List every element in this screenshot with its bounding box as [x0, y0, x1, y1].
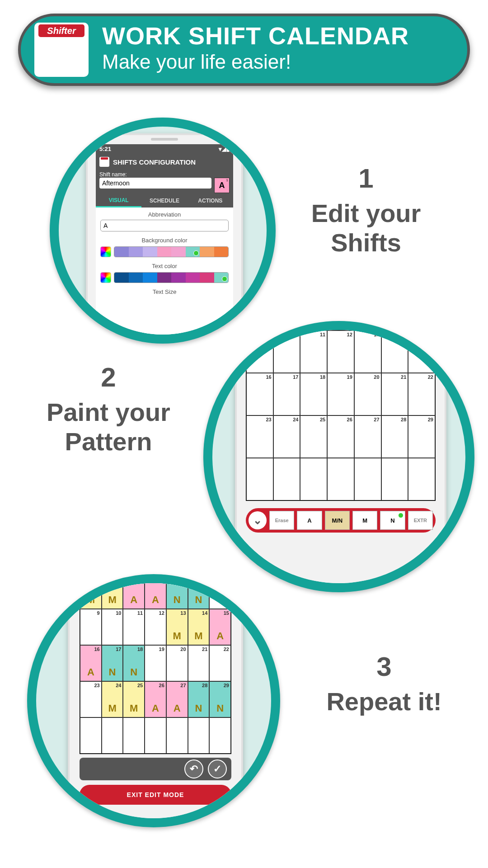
step-2-circle: 2M3M4A5A6N7N8910111213141516171819202122…	[203, 321, 474, 592]
banner: Shifter WORK SHIFT CALENDAR Make your li…	[18, 14, 470, 86]
app-logo-icon: Shifter	[34, 23, 89, 77]
step-1-circle: 5:21 ▾◢▮ SHIFTS CONFIGURATION Shift name…	[50, 118, 276, 344]
exit-edit-button[interactable]: EXIT EDIT MODE	[80, 785, 231, 805]
shift-chip-a[interactable]: A	[297, 511, 322, 530]
shift-color-chip[interactable]: A1	[214, 178, 230, 193]
color-picker-icon[interactable]	[100, 272, 111, 283]
banner-subtitle: Make your life easier!	[102, 48, 409, 76]
status-bar: 5:21 ▾◢▮	[96, 144, 233, 154]
shift-chip-n[interactable]: N	[380, 511, 405, 530]
phone-notch	[151, 138, 178, 141]
step-3-caption: 3 Repeat it!	[289, 651, 479, 716]
textcolor-label: Text color	[100, 263, 229, 269]
status-time: 5:21	[99, 146, 111, 154]
app-header-title: SHIFTS CONFIGURATION	[113, 158, 196, 166]
calendar-grid[interactable]: 2M3M4A5A6N7N8910111213141516171819202122…	[246, 321, 436, 501]
shift-chip-mn[interactable]: M/N	[325, 511, 350, 530]
action-bar: ↶ ✓	[80, 758, 231, 780]
step-1-label: Edit your Shifts	[258, 198, 474, 257]
erase-button[interactable]: Erase	[269, 511, 294, 530]
tab-schedule[interactable]: SCHEDULE	[141, 194, 187, 208]
step-3-circle: 2M3M4A5A6N7N8910111213M14M15A16A17N18N19…	[27, 574, 280, 827]
shift-chip-extr[interactable]: EXTR	[408, 511, 433, 530]
tab-visual[interactable]: VISUAL	[96, 194, 141, 208]
phone-3-mockup: 2M3M4A5A6N7N8910111213M14M15A16A17N18N19…	[68, 574, 243, 827]
app-header: SHIFTS CONFIGURATION	[96, 154, 233, 170]
textsize-label: Text Size	[100, 288, 229, 295]
shift-palette-bar: ⌄ Erase A M/N M N EXTR	[246, 508, 436, 533]
step-2-number: 2	[18, 362, 199, 393]
step-1-caption: 1 Edit your Shifts	[258, 163, 474, 257]
calendar-grid[interactable]: 2M3M4A5A6N7N8910111213M14M15A16A17N18N19…	[80, 574, 231, 754]
shift-chip-m[interactable]: M	[352, 511, 377, 530]
step-3-label: Repeat it!	[289, 687, 479, 716]
phone-2-mockup: 2M3M4A5A6N7N8910111213141516171819202122…	[235, 321, 446, 587]
shift-name-label: Shift name:	[99, 171, 230, 178]
undo-button[interactable]: ↶	[184, 760, 203, 778]
banner-title: WORK SHIFT CALENDAR	[102, 24, 409, 48]
tab-bar: VISUAL SCHEDULE ACTIONS	[96, 194, 233, 208]
abbr-label: Abbreviation	[100, 211, 229, 218]
step-1-number: 1	[258, 163, 474, 194]
tab-actions[interactable]: ACTIONS	[188, 194, 233, 208]
bgcolor-label: Background color	[100, 237, 229, 244]
app-logo-label: Shifter	[38, 24, 84, 37]
shift-name-input[interactable]	[99, 178, 211, 189]
chevron-down-icon[interactable]: ⌄	[249, 511, 267, 529]
color-picker-icon[interactable]	[100, 246, 111, 257]
step-2-caption: 2 Paint your Pattern	[18, 362, 199, 456]
app-header-icon	[99, 157, 109, 167]
status-icons: ▾◢▮	[219, 146, 230, 154]
phone-1-mockup: 5:21 ▾◢▮ SHIFTS CONFIGURATION Shift name…	[86, 133, 243, 344]
confirm-button[interactable]: ✓	[208, 760, 227, 778]
bgcolor-swatches[interactable]	[114, 246, 229, 257]
step-3-number: 3	[289, 651, 479, 682]
abbr-input[interactable]	[100, 220, 229, 231]
step-2-label: Paint your Pattern	[18, 397, 199, 456]
textcolor-swatches[interactable]	[114, 272, 229, 283]
